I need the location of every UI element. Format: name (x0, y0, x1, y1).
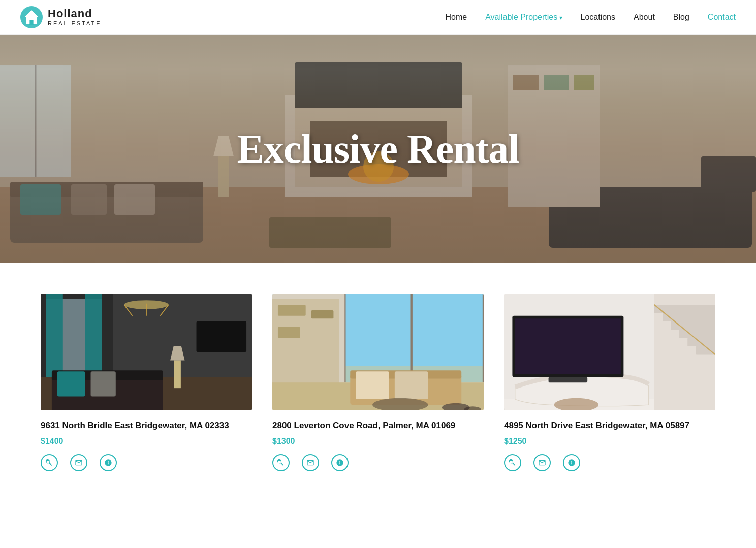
property-room-svg-2 (272, 294, 484, 410)
key-button-1[interactable] (41, 454, 58, 471)
property-actions-1 (41, 454, 252, 471)
svg-rect-24 (544, 75, 569, 90)
svg-rect-16 (71, 184, 107, 215)
nav-link-blog[interactable]: Blog (673, 13, 689, 21)
svg-rect-12 (295, 62, 462, 108)
property-address-3: 4895 North Drive East Bridgewater, MA 05… (504, 420, 715, 432)
email-button-1[interactable] (70, 454, 87, 471)
svg-rect-39 (174, 360, 181, 388)
property-address-1: 9631 North Bridle East Bridgewater, MA 0… (41, 420, 252, 432)
nav-link-about[interactable]: About (634, 13, 655, 21)
property-room-svg-1 (41, 294, 252, 410)
nav-link-home[interactable]: Home (445, 13, 467, 21)
svg-rect-74 (687, 338, 715, 346)
svg-rect-72 (671, 321, 715, 330)
logo-text: Holland REAL ESTATE (48, 8, 102, 26)
nav-item-about[interactable]: About (634, 13, 655, 22)
svg-rect-17 (114, 184, 155, 215)
info-icon-2 (336, 459, 344, 467)
email-button-2[interactable] (302, 454, 319, 471)
logo[interactable]: Holland REAL ESTATE (20, 6, 102, 28)
property-image-1 (41, 294, 252, 410)
key-icon-2 (277, 459, 285, 467)
property-image-3 (504, 294, 715, 410)
svg-rect-79 (515, 318, 621, 374)
property-card-3: 4895 North Drive East Bridgewater, MA 05… (504, 294, 715, 471)
svg-rect-56 (278, 327, 300, 338)
info-button-3[interactable] (563, 454, 580, 471)
key-icon-3 (509, 459, 517, 467)
svg-rect-38 (91, 371, 116, 396)
key-button-3[interactable] (504, 454, 521, 471)
navbar: Holland REAL ESTATE Home Available Prope… (0, 0, 756, 35)
key-icon-1 (45, 459, 53, 467)
svg-rect-19 (701, 156, 756, 192)
logo-icon (20, 6, 43, 28)
info-icon-1 (104, 459, 112, 467)
property-actions-3 (504, 454, 715, 471)
svg-rect-21 (269, 217, 391, 248)
svg-rect-75 (696, 346, 715, 354)
property-image-2 (272, 294, 484, 410)
email-icon-3 (538, 459, 546, 467)
svg-rect-51 (483, 294, 484, 382)
svg-rect-45 (197, 321, 247, 352)
svg-rect-2 (29, 20, 34, 25)
property-actions-2 (272, 454, 484, 471)
hero-title: Exclusive Rental (237, 126, 519, 172)
nav-item-blog[interactable]: Blog (673, 13, 689, 22)
nav-link-locations[interactable]: Locations (581, 13, 616, 21)
info-button-1[interactable] (100, 454, 117, 471)
svg-rect-23 (513, 75, 539, 90)
svg-rect-71 (663, 313, 715, 321)
info-icon-3 (568, 459, 576, 467)
nav-link-properties[interactable]: Available Properties (485, 13, 562, 21)
svg-rect-60 (356, 371, 389, 399)
properties-grid: 9631 North Bridle East Bridgewater, MA 0… (41, 294, 715, 471)
svg-rect-15 (20, 184, 61, 215)
email-button-3[interactable] (533, 454, 551, 471)
email-icon-1 (75, 459, 83, 467)
svg-rect-54 (278, 305, 306, 316)
hero-section: Exclusive Rental (0, 35, 756, 263)
nav-item-properties[interactable]: Available Properties (485, 13, 562, 22)
brand-name: Holland (48, 8, 102, 20)
property-card-1: 9631 North Bridle East Bridgewater, MA 0… (41, 294, 252, 471)
key-button-2[interactable] (272, 454, 290, 471)
property-card-2: 2800 Leverton Cove Road, Palmer, MA 0106… (272, 294, 484, 471)
brand-sub: REAL ESTATE (48, 20, 102, 26)
nav-item-contact[interactable]: Contact (708, 13, 736, 22)
svg-rect-50 (410, 294, 412, 382)
property-price-3: $1250 (504, 437, 715, 446)
svg-rect-73 (679, 330, 715, 338)
property-price-1: $1400 (41, 437, 252, 446)
property-address-2: 2800 Leverton Cove Road, Palmer, MA 0106… (272, 420, 484, 432)
info-button-2[interactable] (331, 454, 349, 471)
svg-rect-61 (395, 371, 428, 399)
nav-links: Home Available Properties Locations Abou… (445, 13, 736, 22)
properties-section: 9631 North Bridle East Bridgewater, MA 0… (0, 263, 756, 492)
svg-rect-80 (549, 377, 588, 382)
svg-rect-26 (218, 156, 229, 197)
nav-item-home[interactable]: Home (445, 13, 467, 22)
svg-rect-37 (57, 371, 85, 396)
property-room-svg-3 (504, 294, 715, 410)
property-price-2: $1300 (272, 437, 484, 446)
svg-rect-25 (574, 75, 594, 90)
nav-link-contact[interactable]: Contact (708, 13, 736, 21)
email-icon-2 (306, 459, 314, 467)
svg-rect-55 (311, 310, 334, 318)
nav-item-locations[interactable]: Locations (581, 13, 616, 22)
